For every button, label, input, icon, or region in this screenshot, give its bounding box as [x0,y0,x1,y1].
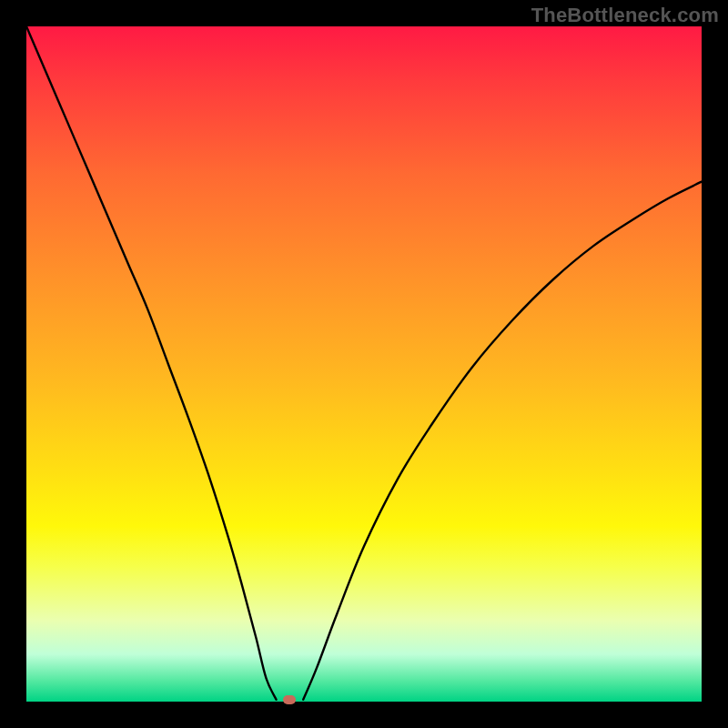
curve-right-branch [303,182,702,700]
chart-frame: TheBottleneck.com [0,0,728,728]
optimal-marker [283,695,296,704]
watermark-label: TheBottleneck.com [531,4,719,27]
bottleneck-curve [26,26,702,702]
curve-left-branch [26,26,277,700]
plot-area [26,26,702,702]
